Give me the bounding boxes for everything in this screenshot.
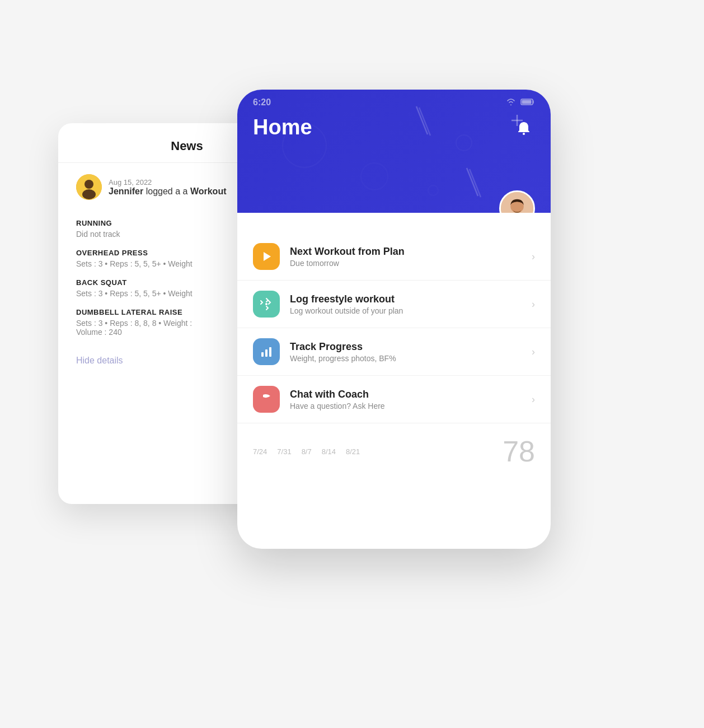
svg-rect-18	[269, 347, 271, 357]
phone-content: Next Workout from Plan Due tomorrow › Lo…	[237, 213, 551, 479]
menu-item-log-freestyle[interactable]: Log freestyle workout Log workout outsid…	[237, 281, 551, 328]
svg-line-5	[467, 168, 478, 196]
bell-icon[interactable]	[513, 116, 535, 139]
flag-icon-wrap	[253, 386, 280, 413]
menu-title-track-progress: Track Progress	[290, 341, 522, 353]
avatar	[76, 174, 102, 200]
status-bar: 6:20	[237, 90, 551, 108]
svg-point-2	[82, 189, 96, 199]
news-user-name: Jennifer	[109, 186, 143, 196]
date-labels: 7/24 7/31 8/7 8/14 8/21	[253, 447, 360, 456]
menu-text-log-freestyle: Log freestyle workout Log workout outsid…	[290, 293, 522, 315]
chevron-right-icon-1: ›	[532, 251, 535, 263]
profile-avatar[interactable]	[499, 190, 535, 213]
phone-title-row: Home	[237, 108, 551, 139]
svg-rect-10	[522, 100, 532, 104]
date-label-3: 8/7	[302, 447, 312, 456]
svg-rect-16	[261, 352, 264, 357]
date-label-1: 7/24	[253, 447, 267, 456]
svg-point-11	[523, 133, 525, 135]
chevron-right-icon-2: ›	[532, 298, 535, 310]
svg-point-1	[85, 180, 93, 189]
phone-title: Home	[253, 115, 312, 139]
status-icons	[506, 98, 535, 108]
menu-subtitle-log-freestyle: Log workout outside of your plan	[290, 306, 522, 315]
menu-item-track-progress[interactable]: Track Progress Weight, progress photos, …	[237, 328, 551, 376]
date-label-5: 8/21	[346, 447, 360, 456]
svg-marker-14	[264, 252, 271, 261]
news-action: Jennifer logged a a Workout	[109, 186, 226, 197]
date-label-2: 7/31	[277, 447, 291, 456]
menu-text-track-progress: Track Progress Weight, progress photos, …	[290, 341, 522, 363]
phone-header: 6:20	[237, 90, 551, 213]
big-number: 78	[503, 435, 535, 468]
menu-title-chat-coach: Chat with Coach	[290, 389, 522, 400]
wifi-icon	[506, 98, 516, 108]
battery-icon	[520, 98, 535, 108]
news-user-info: Aug 15, 2022 Jennifer logged a a Workout	[109, 178, 226, 197]
menu-text-chat-coach: Chat with Coach Have a question? Ask Her…	[290, 389, 522, 410]
bar-chart-icon-wrap	[253, 338, 280, 365]
menu-item-chat-coach[interactable]: Chat with Coach Have a question? Ask Her…	[237, 376, 551, 423]
menu-item-next-workout[interactable]: Next Workout from Plan Due tomorrow ›	[237, 233, 551, 281]
menu-title-log-freestyle: Log freestyle workout	[290, 293, 522, 305]
svg-point-15	[265, 303, 267, 305]
date-label-4: 8/14	[322, 447, 336, 456]
news-action-bold: Workout	[190, 186, 227, 196]
menu-title-next-workout: Next Workout from Plan	[290, 246, 522, 258]
move-icon-wrap	[253, 291, 280, 318]
menu-subtitle-next-workout: Due tomorrow	[290, 259, 522, 268]
status-time: 6:20	[253, 97, 271, 108]
svg-line-6	[470, 169, 481, 197]
chevron-right-icon-3: ›	[532, 346, 535, 358]
scene: News Aug 15, 2022 Jennifer logged a	[58, 56, 646, 672]
phone-bottom: 7/24 7/31 8/7 8/14 8/21 78	[237, 423, 551, 479]
phone-card: 6:20	[237, 90, 551, 549]
svg-rect-17	[265, 349, 267, 357]
play-icon-wrap	[253, 243, 280, 270]
menu-subtitle-track-progress: Weight, progress photos, BF%	[290, 354, 522, 363]
chevron-right-icon-4: ›	[532, 394, 535, 405]
menu-subtitle-chat-coach: Have a question? Ask Here	[290, 402, 522, 410]
menu-text-next-workout: Next Workout from Plan Due tomorrow	[290, 246, 522, 268]
news-date: Aug 15, 2022	[109, 178, 226, 186]
